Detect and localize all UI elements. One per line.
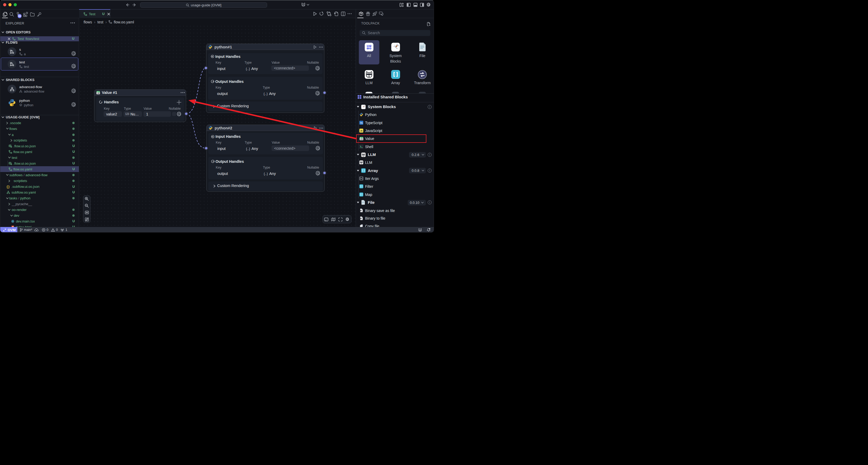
svg-text:JS: JS [360,130,363,132]
svg-text:TS: TS [360,122,363,124]
